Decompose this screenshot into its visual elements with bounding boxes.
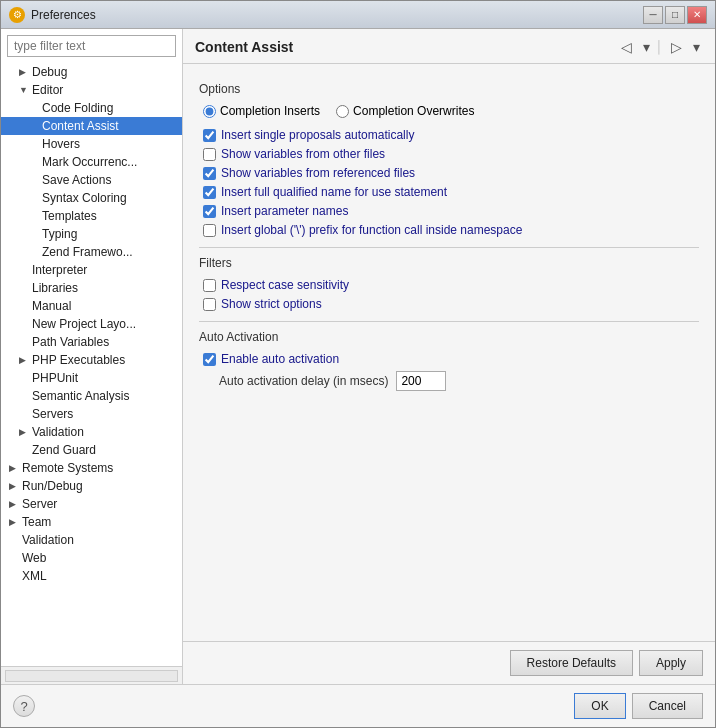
sidebar-item-servers[interactable]: Servers [1, 405, 182, 423]
sidebar-item-label-run-debug: Run/Debug [22, 479, 83, 493]
checkbox-label-show-strict: Show strict options [221, 297, 322, 311]
sidebar-item-label-mark-occurrences: Mark Occurrenc... [42, 155, 137, 169]
radio-label-overwrites: Completion Overwrites [353, 104, 474, 118]
sidebar-item-interpreter[interactable]: Interpreter [1, 261, 182, 279]
sidebar-item-label-web: Web [22, 551, 46, 565]
checkbox-label-show-variables-other: Show variables from other files [221, 147, 385, 161]
radio-input-inserts[interactable] [203, 105, 216, 118]
checkbox-input-show-strict[interactable] [203, 298, 216, 311]
sidebar-item-phpunit[interactable]: PHPUnit [1, 369, 182, 387]
sidebar-item-web[interactable]: Web [1, 549, 182, 567]
sidebar-item-mark-occurrences[interactable]: Mark Occurrenc... [1, 153, 182, 171]
sidebar-item-save-actions[interactable]: Save Actions [1, 171, 182, 189]
sidebar-item-remote-systems[interactable]: ▶ Remote Systems [1, 459, 182, 477]
sidebar-item-typing[interactable]: Typing [1, 225, 182, 243]
checkbox-label-insert-global: Insert global ('\') prefix for function … [221, 223, 522, 237]
filter-input[interactable] [7, 35, 176, 57]
checkbox-input-insert-full-qualified[interactable] [203, 186, 216, 199]
back-dropdown-button[interactable]: ▾ [640, 37, 654, 57]
close-button[interactable]: ✕ [687, 6, 707, 24]
forward-button[interactable]: ▷ [665, 37, 687, 57]
apply-button[interactable]: Apply [639, 650, 703, 676]
checkbox-label-insert-full-qualified: Insert full qualified name for use state… [221, 185, 447, 199]
sidebar-hscrollbar[interactable] [5, 670, 178, 682]
nav-separator: │ [656, 40, 664, 54]
checkbox-input-insert-single[interactable] [203, 129, 216, 142]
sidebar-item-hovers[interactable]: Hovers [1, 135, 182, 153]
sidebar-item-new-project-layout[interactable]: New Project Layo... [1, 315, 182, 333]
checkbox-label-insert-parameter-names: Insert parameter names [221, 204, 348, 218]
checkbox-input-insert-parameter-names[interactable] [203, 205, 216, 218]
radio-input-overwrites[interactable] [336, 105, 349, 118]
checkbox-show-strict[interactable]: Show strict options [203, 297, 699, 311]
cancel-button[interactable]: Cancel [632, 693, 703, 719]
sidebar-item-semantic-analysis[interactable]: Semantic Analysis [1, 387, 182, 405]
title-bar: ⚙ Preferences ─ □ ✕ [1, 1, 715, 29]
sidebar-item-editor[interactable]: ▼ Editor [1, 81, 182, 99]
sidebar-item-label-remote-systems: Remote Systems [22, 461, 113, 475]
sidebar-item-manual[interactable]: Manual [1, 297, 182, 315]
checkbox-label-enable-auto-activation: Enable auto activation [221, 352, 339, 366]
auto-activation-delay-input[interactable] [396, 371, 446, 391]
auto-activation-divider [199, 321, 699, 322]
checkbox-input-insert-global[interactable] [203, 224, 216, 237]
checkbox-label-respect-case: Respect case sensitivity [221, 278, 349, 292]
sidebar-item-code-folding[interactable]: Code Folding [1, 99, 182, 117]
sidebar-item-label-validation: Validation [32, 425, 84, 439]
checkbox-input-show-variables-other[interactable] [203, 148, 216, 161]
sidebar-item-label-content-assist: Content Assist [42, 119, 119, 133]
checkbox-insert-full-qualified[interactable]: Insert full qualified name for use state… [203, 185, 699, 199]
sidebar-item-php-executables[interactable]: ▶ PHP Executables [1, 351, 182, 369]
expand-arrow-debug: ▶ [19, 67, 29, 77]
checkbox-input-show-variables-referenced[interactable] [203, 167, 216, 180]
ok-button[interactable]: OK [574, 693, 625, 719]
forward-dropdown-button[interactable]: ▾ [689, 37, 703, 57]
sidebar-item-zend-framework[interactable]: Zend Framewo... [1, 243, 182, 261]
auto-activation-delay-label: Auto activation delay (in msecs) [219, 374, 388, 388]
expand-arrow-validation: ▶ [19, 427, 29, 437]
sidebar-item-syntax-coloring[interactable]: Syntax Coloring [1, 189, 182, 207]
main-panel: Content Assist ◁ ▾ │ ▷ ▾ Options Complet… [183, 29, 715, 684]
title-bar-left: ⚙ Preferences [9, 7, 96, 23]
restore-defaults-button[interactable]: Restore Defaults [510, 650, 633, 676]
minimize-button[interactable]: ─ [643, 6, 663, 24]
checkbox-input-enable-auto-activation[interactable] [203, 353, 216, 366]
sidebar-item-templates[interactable]: Templates [1, 207, 182, 225]
sidebar-item-validation2[interactable]: Validation [1, 531, 182, 549]
maximize-button[interactable]: □ [665, 6, 685, 24]
sidebar-item-content-assist[interactable]: Content Assist [1, 117, 182, 135]
checkbox-input-respect-case[interactable] [203, 279, 216, 292]
checkbox-insert-parameter-names[interactable]: Insert parameter names [203, 204, 699, 218]
sidebar-item-validation[interactable]: ▶ Validation [1, 423, 182, 441]
sidebar-item-label-hovers: Hovers [42, 137, 80, 151]
sidebar-item-team[interactable]: ▶ Team [1, 513, 182, 531]
checkbox-insert-global[interactable]: Insert global ('\') prefix for function … [203, 223, 699, 237]
sidebar-item-debug[interactable]: ▶ Debug [1, 63, 182, 81]
sidebar-item-xml[interactable]: XML [1, 567, 182, 585]
back-button[interactable]: ◁ [616, 37, 638, 57]
radio-completion-inserts[interactable]: Completion Inserts [203, 104, 320, 118]
panel-content: Options Completion Inserts Completion Ov… [183, 64, 715, 641]
help-button[interactable]: ? [13, 695, 35, 717]
sidebar-item-libraries[interactable]: Libraries [1, 279, 182, 297]
checkbox-insert-single[interactable]: Insert single proposals automatically [203, 128, 699, 142]
checkbox-enable-auto-activation[interactable]: Enable auto activation [203, 352, 699, 366]
sidebar-item-label-php-executables: PHP Executables [32, 353, 125, 367]
sidebar-item-zend-guard[interactable]: Zend Guard [1, 441, 182, 459]
panel-title: Content Assist [195, 39, 293, 55]
sidebar-item-server[interactable]: ▶ Server [1, 495, 182, 513]
sidebar-item-label-manual: Manual [32, 299, 71, 313]
sidebar-item-label-typing: Typing [42, 227, 77, 241]
checkbox-show-variables-referenced[interactable]: Show variables from referenced files [203, 166, 699, 180]
sidebar-item-label-phpunit: PHPUnit [32, 371, 78, 385]
bottom-bar: Restore Defaults Apply [183, 641, 715, 684]
sidebar-item-path-variables[interactable]: Path Variables [1, 333, 182, 351]
sidebar-item-label-server: Server [22, 497, 57, 511]
sidebar-item-label-zend-framework: Zend Framewo... [42, 245, 133, 259]
sidebar-item-label-templates: Templates [42, 209, 97, 223]
radio-completion-overwrites[interactable]: Completion Overwrites [336, 104, 474, 118]
checkbox-show-variables-other[interactable]: Show variables from other files [203, 147, 699, 161]
checkbox-respect-case[interactable]: Respect case sensitivity [203, 278, 699, 292]
sidebar: ▶ Debug ▼ Editor Code Folding Content As… [1, 29, 183, 684]
sidebar-item-run-debug[interactable]: ▶ Run/Debug [1, 477, 182, 495]
